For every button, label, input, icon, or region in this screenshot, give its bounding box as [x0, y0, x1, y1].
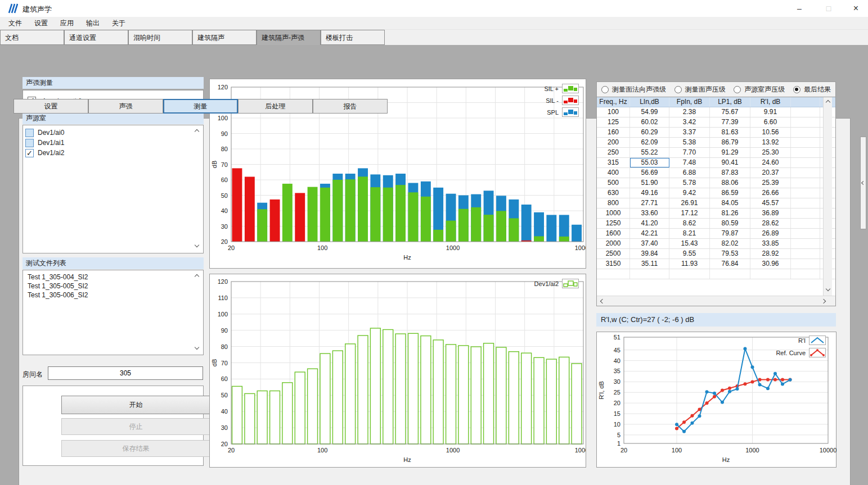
table-cell-15-0[interactable]: 3150: [597, 259, 630, 269]
maximize-button[interactable]: □: [816, 0, 842, 17]
table-cell-5-0[interactable]: 315: [597, 158, 630, 167]
table-scroll-right-icon[interactable]: [821, 299, 826, 303]
table-cell-12-0[interactable]: 1600: [597, 229, 630, 238]
table-cell-13-4[interactable]: 33.85: [750, 239, 791, 248]
table-scroll-up-icon[interactable]: [826, 100, 830, 105]
table-vertical-scrollbar[interactable]: [823, 97, 832, 296]
table-cell-0-4[interactable]: 9.91: [750, 107, 791, 117]
table-cell-6-0[interactable]: 400: [597, 168, 630, 178]
menu-item-1[interactable]: 设置: [28, 17, 54, 30]
table-cell-14-5[interactable]: [791, 249, 820, 259]
table-cell-4-1[interactable]: 55.22: [630, 148, 669, 157]
table-cell-10-2[interactable]: 17.12: [669, 208, 710, 218]
channel-scroll-down-icon[interactable]: [195, 243, 199, 247]
table-cell-2-4[interactable]: 10.56: [750, 128, 791, 137]
table-cell-8-3[interactable]: 86.59: [710, 188, 750, 198]
table-cell-12-4[interactable]: 26.89: [750, 229, 791, 238]
table-cell-2-0[interactable]: 160: [597, 128, 630, 137]
tab-2[interactable]: 混响时间: [128, 30, 192, 45]
tab-0[interactable]: 文档: [0, 30, 64, 45]
table-cell-3-2[interactable]: 5.38: [669, 138, 710, 147]
menu-item-4[interactable]: 关于: [106, 17, 132, 30]
files-scroll-up-icon[interactable]: [195, 274, 199, 279]
table-cell-13-2[interactable]: 15.43: [669, 239, 710, 248]
table-cell-9-0[interactable]: 800: [597, 198, 630, 208]
files-scroll-down-icon[interactable]: [195, 345, 199, 350]
table-cell-11-1[interactable]: 41.20: [630, 219, 669, 228]
test-file-item-2[interactable]: Test 1_305-006_SI2: [23, 291, 192, 300]
table-cell-4-0[interactable]: 250: [597, 148, 630, 157]
stop-button[interactable]: 停止: [61, 418, 210, 435]
table-cell-6-1[interactable]: 56.69: [630, 168, 669, 178]
table-cell-1-5[interactable]: [791, 117, 820, 127]
radio-option-0[interactable]: 测量面法向声强级: [601, 85, 666, 94]
table-cell-13-0[interactable]: 2000: [597, 239, 630, 248]
table-cell-8-4[interactable]: 26.66: [750, 188, 791, 198]
table-cell-7-4[interactable]: 25.39: [750, 178, 791, 188]
table-cell-12-3[interactable]: 79.87: [710, 229, 750, 238]
table-cell-5-2[interactable]: 7.48: [669, 158, 710, 167]
table-cell-1-3[interactable]: 77.39: [710, 117, 750, 127]
table-cell-6-2[interactable]: 6.88: [669, 168, 710, 178]
table-cell-10-5[interactable]: [791, 208, 820, 218]
table-cell-12-1[interactable]: 42.21: [630, 229, 669, 238]
radio-circle-3[interactable]: [793, 86, 800, 93]
radio-option-3[interactable]: 最后结果: [793, 85, 831, 94]
table-cell-1-2[interactable]: 3.42: [669, 117, 710, 127]
menu-item-3[interactable]: 输出: [80, 17, 106, 30]
table-cell-8-0[interactable]: 630: [597, 188, 630, 198]
table-cell-14-4[interactable]: 28.92: [750, 249, 791, 259]
table-cell-14-3[interactable]: 79.53: [710, 249, 750, 259]
start-button[interactable]: 开始: [61, 396, 210, 414]
table-cell-2-1[interactable]: 60.29: [630, 128, 669, 137]
table-cell-4-4[interactable]: 25.30: [750, 148, 791, 157]
table-cell-15-2[interactable]: 11.93: [669, 259, 710, 269]
table-cell-8-2[interactable]: 9.42: [669, 188, 710, 198]
radio-circle-0[interactable]: [601, 86, 609, 93]
table-cell-0-2[interactable]: 2.38: [669, 107, 710, 117]
table-cell-9-2[interactable]: 26.91: [669, 198, 710, 208]
table-cell-11-0[interactable]: 1250: [597, 219, 630, 228]
table-cell-0-0[interactable]: 100: [597, 107, 630, 117]
subtab-2[interactable]: 测量: [163, 99, 238, 114]
tab-5[interactable]: 楼板打击: [321, 30, 385, 45]
table-cell-7-0[interactable]: 500: [597, 178, 630, 188]
table-cell-5-5[interactable]: [791, 158, 820, 167]
table-cell-10-0[interactable]: 1000: [597, 208, 630, 218]
panel-collapse-handle[interactable]: [860, 137, 866, 229]
menu-item-2[interactable]: 应用: [54, 17, 80, 30]
tab-1[interactable]: 通道设置: [64, 30, 128, 45]
table-cell-5-3[interactable]: 90.41: [710, 158, 750, 167]
table-cell-9-4[interactable]: 45.57: [750, 198, 791, 208]
table-horizontal-scrollbar[interactable]: [597, 296, 835, 306]
table-cell-4-3[interactable]: 91.29: [710, 148, 750, 157]
table-cell-13-1[interactable]: 37.40: [630, 239, 669, 248]
table-cell-3-1[interactable]: 62.09: [630, 138, 669, 147]
radio-circle-1[interactable]: [674, 86, 682, 93]
table-cell-3-5[interactable]: [791, 138, 820, 147]
table-cell-9-1[interactable]: 27.71: [630, 198, 669, 208]
table-cell-4-5[interactable]: [791, 148, 820, 157]
table-scroll-down-icon[interactable]: [826, 287, 830, 291]
table-cell-7-2[interactable]: 5.78: [669, 178, 710, 188]
table-cell-5-4[interactable]: 24.60: [750, 158, 791, 167]
table-cell-8-5[interactable]: [791, 188, 820, 198]
table-cell-15-4[interactable]: 30.96: [750, 259, 791, 269]
table-cell-10-3[interactable]: 81.26: [710, 208, 750, 218]
channel-item-0[interactable]: Dev1/ai0: [25, 128, 194, 138]
subtab-4[interactable]: 报告: [313, 99, 388, 114]
table-cell-1-1[interactable]: 60.02: [630, 117, 669, 127]
table-cell-6-5[interactable]: [791, 168, 820, 178]
table-scroll-left-icon[interactable]: [600, 299, 605, 303]
radio-circle-2[interactable]: [734, 86, 741, 93]
tab-4[interactable]: 建筑隔声-声强: [257, 30, 321, 46]
table-cell-5-1[interactable]: 55.03: [630, 158, 669, 167]
table-cell-1-0[interactable]: 125: [597, 117, 630, 127]
table-cell-15-5[interactable]: [791, 259, 820, 269]
table-cell-13-5[interactable]: [791, 239, 820, 248]
table-cell-2-2[interactable]: 3.37: [669, 128, 710, 137]
table-cell-10-1[interactable]: 33.60: [630, 208, 669, 218]
table-cell-0-1[interactable]: 54.99: [630, 107, 669, 117]
table-cell-2-5[interactable]: [791, 128, 820, 137]
table-cell-11-3[interactable]: 80.59: [710, 219, 750, 228]
